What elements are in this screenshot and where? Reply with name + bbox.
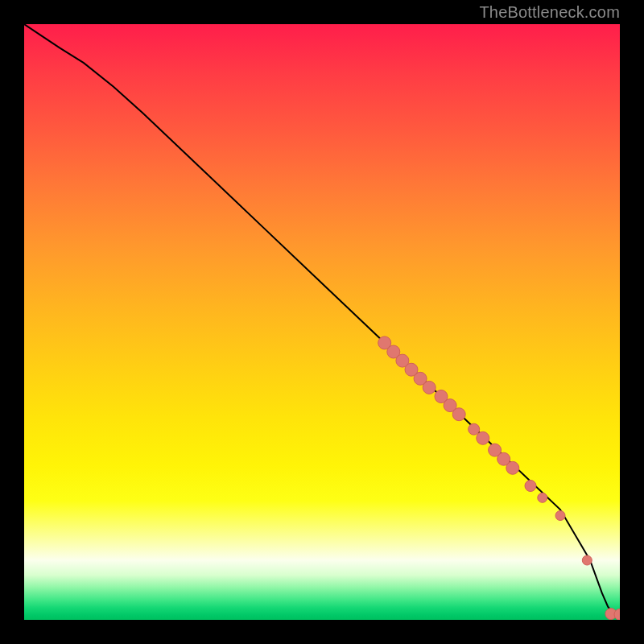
watermark-label: TheBottleneck.com [479,3,620,22]
gradient-background [24,24,620,620]
chart-stage: TheBottleneck.com [0,0,644,644]
plot-area [24,24,620,620]
